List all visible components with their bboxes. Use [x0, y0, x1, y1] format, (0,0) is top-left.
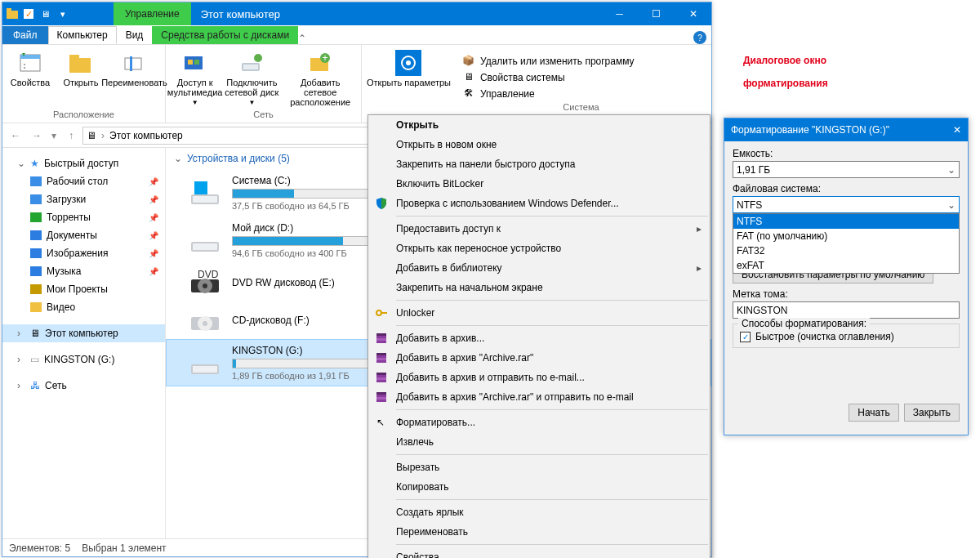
menu-item[interactable]: Создать ярлык — [368, 502, 710, 522]
history-dropdown-icon[interactable]: ▾ — [48, 126, 60, 145]
sidebar-item[interactable]: Торренты📌 — [2, 208, 165, 226]
menu-item[interactable]: Форматировать...↖ — [368, 413, 710, 432]
filesystem-option[interactable]: NTFS — [733, 214, 959, 229]
drive-icon — [189, 350, 222, 376]
menu-item[interactable]: Проверка с использованием Windows Defend… — [368, 194, 710, 213]
sidebar-item[interactable]: Музыка📌 — [2, 262, 165, 280]
filesystem-option[interactable]: exFAT — [733, 258, 959, 273]
quick-format-checkbox[interactable]: ✓Быстрое (очистка оглавления) — [740, 331, 952, 342]
context-tab-label: Управление — [114, 2, 191, 25]
title-bar[interactable]: ✓ 🖥 ▾ Управление Этот компьютер ─ ☐ ✕ — [2, 2, 711, 25]
menu-item[interactable]: Открыть в новом окне — [368, 135, 710, 154]
cursor-icon: ↖ — [376, 417, 385, 428]
media-access-button[interactable]: Доступ к мультимедиа▼ — [171, 50, 219, 106]
properties-button[interactable]: Свойства — [7, 50, 53, 87]
maximize-button[interactable]: ☐ — [638, 2, 675, 25]
svg-rect-40 — [376, 338, 386, 341]
sidebar-kingston[interactable]: ›▭KINGSTON (G:) — [2, 350, 165, 368]
sidebar-network[interactable]: ›🖧Сеть — [2, 377, 165, 395]
menu-item[interactable]: Переименовать — [368, 522, 710, 542]
menu-item[interactable]: Добавить в архив и отправить по e-mail..… — [368, 368, 710, 387]
rar-icon — [375, 391, 388, 404]
ribbon-tabs: Файл Компьютер Вид Средства работы с дис… — [2, 25, 711, 45]
filesystem-option[interactable]: FAT (по умолчанию) — [733, 229, 959, 243]
dialog-title-bar[interactable]: Форматирование "KINGSTON (G:)" ✕ — [724, 118, 968, 141]
drive-icon — [189, 180, 222, 206]
chevron-down-icon: ⌄ — [947, 199, 956, 211]
menu-item[interactable]: Unlocker — [368, 303, 710, 323]
manage-link[interactable]: 🛠Управление — [462, 86, 700, 102]
volume-input[interactable] — [733, 301, 960, 319]
sidebar-item[interactable]: Документы📌 — [2, 226, 165, 244]
uninstall-programs-link[interactable]: 📦Удалить или изменить программу — [462, 53, 700, 69]
open-button[interactable]: Открыть — [58, 50, 104, 87]
map-drive-button[interactable]: Подключить сетевой диск▼ — [224, 50, 279, 106]
sidebar-quick-access[interactable]: ⌄★Быстрый доступ — [2, 154, 165, 172]
system-properties-link[interactable]: 🖥Свойства системы — [462, 69, 700, 86]
menu-item[interactable]: Закрепить на начальном экране — [368, 278, 710, 297]
sidebar-item[interactable]: Загрузки📌 — [2, 190, 165, 208]
svg-rect-10 — [185, 56, 203, 69]
quick-access-toolbar: ✓ 🖥 ▾ — [2, 7, 73, 20]
svg-point-29 — [203, 283, 207, 288]
up-button[interactable]: ↑ — [61, 126, 81, 145]
svg-text:DVD: DVD — [198, 270, 219, 280]
menu-item[interactable]: Открыть — [368, 115, 710, 135]
menu-item[interactable]: Свойства — [368, 547, 710, 558]
svg-rect-42 — [376, 353, 386, 355]
menu-item[interactable]: Добавить в архив "Archive.rar" — [368, 348, 710, 368]
menu-item[interactable]: Добавить в библиотеку▸ — [368, 258, 710, 278]
menu-item[interactable]: Добавить в архив... — [368, 328, 710, 348]
start-button[interactable]: Начать — [849, 404, 899, 422]
minimize-button[interactable]: ─ — [601, 2, 638, 25]
checkbox-icon[interactable]: ✓ — [24, 9, 33, 19]
tab-view[interactable]: Вид — [117, 26, 153, 44]
sidebar-item[interactable]: Мои Проекты — [2, 280, 165, 298]
menu-item[interactable]: Копировать — [368, 477, 710, 497]
chevron-down-icon: ⌄ — [947, 164, 956, 176]
ribbon-collapse-icon[interactable]: ⌃ — [298, 33, 306, 44]
forward-button[interactable]: → — [27, 126, 47, 145]
svg-rect-35 — [193, 366, 217, 373]
menu-item[interactable]: Добавить в архив "Archive.rar" и отправи… — [368, 387, 710, 407]
volume-label: Метка тома: — [733, 288, 960, 300]
filesystem-option[interactable]: FAT32 — [733, 243, 959, 258]
menu-item[interactable]: Включить BitLocker — [368, 174, 710, 194]
address-text: Этот компьютер — [109, 130, 183, 141]
rename-button[interactable]: Переименовать — [109, 50, 160, 87]
sidebar-item[interactable]: Изображения📌 — [2, 244, 165, 262]
volume-label-field: Метка тома: — [733, 288, 960, 319]
tab-file[interactable]: Файл — [2, 26, 48, 44]
context-menu: ОткрытьОткрыть в новом окнеЗакрепить на … — [368, 114, 710, 558]
capacity-combo[interactable]: 1,91 ГБ⌄ — [733, 161, 960, 178]
ribbon: Свойства Открыть Переименовать Расположе… — [2, 45, 711, 123]
filesystem-combo[interactable]: NTFS⌄ NTFSFAT (по умолчанию)FAT32exFAT — [733, 196, 960, 213]
add-location-button[interactable]: +Добавить сетевое расположение — [284, 50, 356, 107]
svg-point-4 — [24, 64, 25, 65]
sidebar-this-pc[interactable]: ›🖥Этот компьютер — [2, 324, 165, 342]
rar-icon — [375, 351, 388, 364]
qat-dropdown-icon[interactable]: ▾ — [56, 7, 69, 20]
menu-item[interactable]: Закрепить на панели быстрого доступа — [368, 154, 710, 174]
back-button[interactable]: ← — [6, 126, 25, 145]
sidebar-item[interactable]: Рабочий стол📌 — [2, 172, 165, 190]
svg-rect-48 — [376, 392, 386, 395]
menu-item[interactable]: Извлечь — [368, 432, 710, 452]
menu-item[interactable]: Открыть как переносное устройство — [368, 239, 710, 258]
menu-item[interactable]: Предоставить доступ к▸ — [368, 219, 710, 239]
open-settings-button[interactable]: Открыть параметры — [367, 50, 451, 87]
help-icon[interactable]: ? — [693, 31, 706, 44]
status-selection: Выбран 1 элемент — [82, 542, 166, 554]
annotation-callout: Диалоговое окно форматирования — [743, 49, 828, 95]
tab-computer[interactable]: Компьютер — [48, 26, 117, 44]
menu-item[interactable]: Вырезать — [368, 458, 710, 477]
chevron-right-icon[interactable]: › — [101, 130, 105, 141]
dialog-close-button[interactable]: ✕ — [953, 124, 961, 136]
sidebar-item[interactable]: Видео — [2, 298, 165, 316]
close-dialog-button[interactable]: Закрыть — [904, 404, 960, 422]
ribbon-group-network: Доступ к мультимедиа▼ Подключить сетевой… — [166, 45, 362, 123]
tab-drive-tools[interactable]: Средства работы с дисками — [152, 26, 298, 44]
close-button[interactable]: ✕ — [675, 2, 711, 25]
submenu-arrow-icon: ▸ — [697, 223, 702, 234]
format-dialog: Форматирование "KINGSTON (G:)" ✕ Емкость… — [724, 118, 969, 435]
